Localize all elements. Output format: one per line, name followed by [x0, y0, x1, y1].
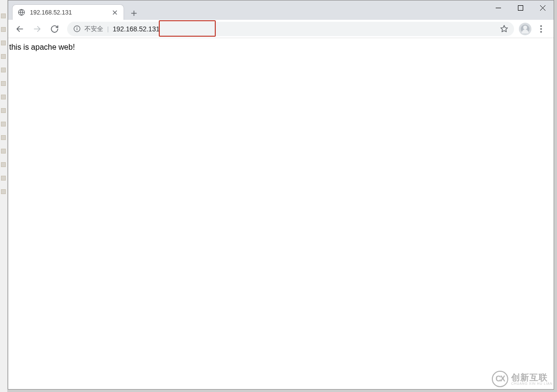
page-body-text: this is apache web! — [8, 43, 554, 52]
close-tab-button[interactable] — [111, 9, 119, 16]
tab-title: 192.168.52.131 — [30, 9, 106, 16]
url-text[interactable]: 192.168.52.131 — [112, 25, 496, 33]
avatar-icon — [521, 25, 529, 33]
globe-icon — [17, 9, 25, 16]
tab-active[interactable]: 192.168.52.131 — [12, 4, 124, 20]
svg-point-6 — [540, 25, 542, 27]
watermark: CX 创新互联 CHUANG XIN HU LIAN — [492, 371, 553, 387]
back-button[interactable] — [12, 22, 28, 36]
background-app-strip — [0, 0, 8, 392]
close-window-button[interactable] — [531, 0, 554, 15]
svg-point-8 — [540, 31, 542, 32]
window-controls — [487, 0, 554, 15]
omnibox-divider: | — [107, 25, 109, 32]
watermark-main: 创新互联 — [511, 373, 553, 382]
security-label[interactable]: 不安全 — [84, 25, 103, 33]
page-viewport[interactable]: this is apache web! CX 创新互联 CHUANG XIN H… — [8, 38, 554, 389]
bookmark-star-icon[interactable] — [500, 25, 508, 33]
toolbar-right — [519, 22, 550, 36]
browser-window: 192.168.52.131 — [8, 0, 554, 390]
svg-rect-1 — [518, 5, 523, 10]
minimize-button[interactable] — [487, 0, 509, 15]
svg-point-7 — [540, 28, 542, 29]
svg-marker-5 — [501, 25, 507, 31]
watermark-sub: CHUANG XIN HU LIAN — [511, 382, 553, 385]
watermark-logo: CX — [492, 371, 508, 387]
reload-button[interactable] — [47, 22, 62, 36]
background-strip-items — [1, 14, 7, 203]
svg-point-4 — [76, 27, 77, 28]
info-icon[interactable] — [73, 25, 81, 33]
tab-strip: 192.168.52.131 — [8, 0, 140, 20]
profile-avatar-button[interactable] — [519, 23, 531, 35]
forward-button[interactable] — [29, 22, 45, 36]
menu-button[interactable] — [534, 22, 548, 36]
address-bar[interactable]: 不安全 | 192.168.52.131 — [67, 22, 514, 36]
new-tab-button[interactable] — [127, 6, 140, 20]
maximize-button[interactable] — [509, 0, 531, 15]
toolbar: 不安全 | 192.168.52.131 — [8, 20, 554, 38]
titlebar[interactable]: 192.168.52.131 — [8, 0, 554, 20]
